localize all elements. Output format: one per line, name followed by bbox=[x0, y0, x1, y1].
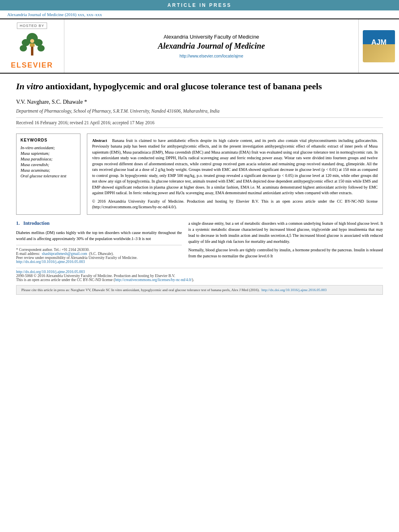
footnote-doi: http://dx.doi.org/10.1016/j.ajme.2016.05… bbox=[16, 260, 182, 264]
keyword-4: Musa cavendish; bbox=[21, 162, 76, 167]
aim-logo-area: AJM bbox=[359, 19, 399, 73]
keyword-6: Oral glucose tolerance test bbox=[21, 174, 76, 178]
affiliation: Department of Pharmacology, School of Ph… bbox=[16, 109, 383, 113]
title-rest: antioxidant, hypoglycemic and oral gluco… bbox=[43, 81, 322, 91]
abstract-text-box: Abstract Banana fruit is claimed to have… bbox=[87, 134, 383, 215]
authors: V.V. Navghare, S.C. Dhawale * bbox=[16, 99, 383, 105]
journal-link-bar: Alexandria Journal of Medicine (2016) xx… bbox=[0, 10, 399, 18]
keyword-2: Musa sapientum; bbox=[21, 151, 76, 156]
email-note: (S.C. Dhawale). bbox=[89, 252, 113, 256]
bottom-doi[interactable]: http://dx.doi.org/10.1016/j.ajme.2016.05… bbox=[16, 270, 383, 274]
abstract-section: KEYWORDS In-vitro antioxidant; Musa sapi… bbox=[16, 134, 383, 215]
intro-para-3: Normally, blood glucose levels are tight… bbox=[188, 247, 383, 259]
abstract-copyright: © 2016 Alexandria University Faculty of … bbox=[92, 199, 378, 210]
keyword-3: Musa paradisiaca; bbox=[21, 157, 76, 161]
section-title: 1. Introduction bbox=[16, 220, 182, 226]
received-line: Received 16 February 2016; revised 21 Ap… bbox=[16, 117, 383, 128]
citation-doi-link[interactable]: http://dx.doi.org/10.1016/j.ajme.2016.05… bbox=[261, 288, 327, 292]
introduction-section: 1. Introduction Diabetes mellitus (DM) r… bbox=[16, 220, 383, 264]
bottom-bar: http://dx.doi.org/10.1016/j.ajme.2016.05… bbox=[16, 268, 383, 283]
bottom-access: This is an open access article under the… bbox=[16, 278, 383, 282]
section-title-text: Introduction bbox=[23, 220, 49, 226]
abstract-label: Abstract bbox=[92, 138, 107, 143]
svg-rect-8 bbox=[30, 43, 35, 47]
article-title: In vitro antioxidant, hypoglycemic and o… bbox=[16, 81, 383, 92]
footnote-email: E-mail address: shashiprathmesh@gmail.co… bbox=[16, 252, 182, 256]
aim-logo: AJM bbox=[363, 30, 395, 62]
hosted-by-label: HOSTED BY bbox=[17, 23, 47, 29]
access-text: This is an open access article under the… bbox=[16, 278, 115, 282]
keyword-5: Musa acuminata; bbox=[21, 168, 76, 173]
bottom-issn: 2090-5068 © 2016 Alexandria University F… bbox=[16, 274, 383, 278]
section-number: 1. bbox=[16, 220, 20, 226]
email-label: E-mail address: bbox=[16, 252, 40, 256]
keyword-1: In-vitro antioxidant; bbox=[21, 146, 76, 150]
elsevier-logo: ELSEVIER bbox=[11, 31, 53, 70]
citation-bar: Please cite this article in press as: Na… bbox=[16, 285, 383, 295]
journal-url[interactable]: http://www.elsevier.com/locate/ajme bbox=[179, 54, 243, 58]
masthead-center: Alexandria University Faculty of Medicin… bbox=[64, 19, 359, 73]
journal-name: Alexandria Journal of Medicine bbox=[158, 41, 265, 51]
elsevier-text: ELSEVIER bbox=[11, 61, 53, 70]
copyright-text: © 2016 Alexandria University Faculty of … bbox=[92, 199, 378, 210]
intro-para-2: a single disease entity, but a set of me… bbox=[188, 220, 383, 244]
keywords-box: KEYWORDS In-vitro antioxidant; Musa sapi… bbox=[16, 134, 80, 215]
intro-para-1: Diabetes mellitus (DM) ranks highly with… bbox=[16, 230, 182, 242]
footnote-asterisk: * Correspondent author. Tel.: +91 2164 2… bbox=[16, 248, 182, 252]
email-link[interactable]: shashiprathmesh@gmail.com bbox=[42, 252, 87, 256]
footnote-peer-review: Peer review under responsibility of Alex… bbox=[16, 256, 182, 260]
intro-left-column: 1. Introduction Diabetes mellitus (DM) r… bbox=[16, 220, 182, 264]
aim-logo-text: AJM bbox=[371, 39, 387, 46]
elsevier-logo-area: HOSTED BY ELSEVIER bbox=[0, 19, 64, 73]
svg-point-5 bbox=[37, 45, 45, 51]
authors-text: V.V. Navghare, S.C. Dhawale * bbox=[16, 99, 87, 105]
footnote-area: * Correspondent author. Tel.: +91 2164 2… bbox=[16, 245, 182, 264]
abstract-text: Banana fruit is claimed to have antidiab… bbox=[92, 138, 378, 195]
doi-link[interactable]: http://dx.doi.org/10.1016/j.ajme.2016.05… bbox=[16, 260, 85, 264]
masthead: HOSTED BY ELSEVIER Alexandria University… bbox=[0, 18, 399, 74]
title-italic: In vitro bbox=[16, 81, 43, 91]
article-in-press-banner: ARTICLE IN PRESS bbox=[0, 0, 399, 10]
svg-point-7 bbox=[30, 39, 34, 43]
access-link[interactable]: http://creativecommons.org/licenses/by-n… bbox=[115, 278, 192, 282]
intro-right-column: a single disease entity, but a set of me… bbox=[188, 220, 383, 264]
keywords-title: KEYWORDS bbox=[21, 138, 76, 142]
citation-text: Please cite this article in press as: Na… bbox=[21, 288, 260, 292]
university-name: Alexandria University Faculty of Medicin… bbox=[164, 34, 259, 40]
svg-point-4 bbox=[20, 45, 27, 51]
bottom-doi-link[interactable]: http://dx.doi.org/10.1016/j.ajme.2016.05… bbox=[16, 270, 85, 274]
elsevier-tree-icon bbox=[18, 31, 47, 60]
main-content: In vitro antioxidant, hypoglycemic and o… bbox=[0, 74, 399, 299]
access-close: ). bbox=[192, 278, 194, 282]
